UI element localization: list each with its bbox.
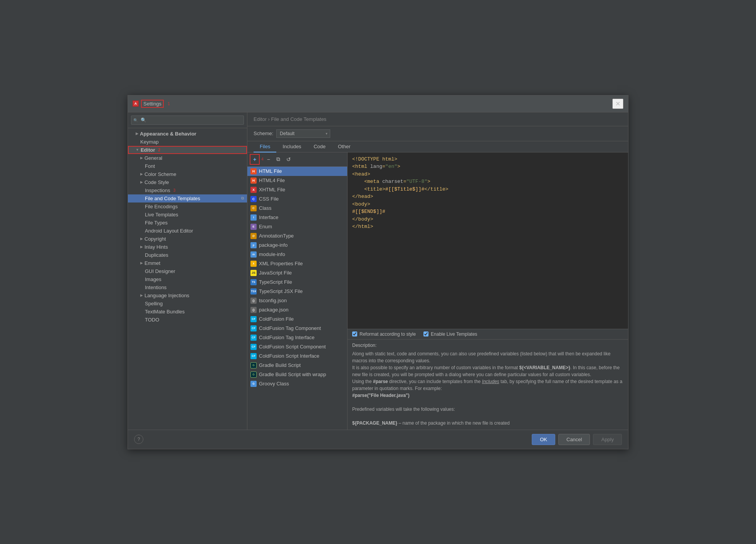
code-line: </head> <box>352 193 623 201</box>
label-2: 2 <box>158 148 160 152</box>
reformat-checkbox[interactable] <box>352 331 357 336</box>
sidebar-item-android-layout[interactable]: Android Layout Editor <box>128 227 247 235</box>
sidebar-item-label: File and Code Templates <box>145 196 200 201</box>
reformat-checkbox-wrap[interactable]: Reformat according to style <box>352 331 416 337</box>
file-item-annotation[interactable]: @ AnnotationType <box>247 231 347 241</box>
tab-other[interactable]: Other <box>332 141 357 152</box>
file-item-label: Interface <box>259 214 279 220</box>
dialog-body: ▶ Appearance & Behavior Keymap ▼ Editor … <box>128 112 628 430</box>
sidebar-item-label: Language Injections <box>144 293 189 298</box>
code-editor[interactable]: <!DOCTYPE html> <html lang="en"> <head> … <box>348 152 628 329</box>
title-bar-left: A Settings 1 <box>133 100 170 108</box>
sidebar-item-font[interactable]: Font <box>128 162 247 170</box>
file-icon-xml: X <box>250 261 257 267</box>
remove-template-button[interactable]: − <box>264 155 273 164</box>
file-item-typescript[interactable]: TS TypeScript File <box>247 278 347 287</box>
sidebar-item-label: Intentions <box>145 285 166 290</box>
file-item-gradle-wrap[interactable]: G Gradle Build Script with wrapp <box>247 370 347 379</box>
live-templates-checkbox[interactable] <box>423 331 428 336</box>
add-template-button[interactable]: + <box>250 155 259 164</box>
sidebar-item-label: Code Style <box>144 179 169 185</box>
file-item-package-json[interactable]: {} package.json <box>247 305 347 315</box>
live-templates-checkbox-wrap[interactable]: Enable Live Templates <box>423 331 477 337</box>
sidebar-item-live-templates[interactable]: Live Templates <box>128 211 247 219</box>
sidebar-item-intentions[interactable]: Intentions <box>128 283 247 291</box>
sidebar-item-code-style[interactable]: ▶ Code Style ⧉ <box>128 178 247 186</box>
file-item-cf-script-iface[interactable]: CF ColdFusion Script Interface <box>247 352 347 361</box>
breadcrumb: Editor › File and Code Templates <box>247 112 628 126</box>
ok-button[interactable]: OK <box>532 434 555 445</box>
file-item-label: XML Properties File <box>259 261 303 266</box>
sidebar-item-file-types[interactable]: File Types <box>128 219 247 227</box>
cancel-button[interactable]: Cancel <box>558 434 590 445</box>
file-item-cf-script-comp[interactable]: CF ColdFusion Script Component <box>247 342 347 352</box>
close-button[interactable]: ✕ <box>612 99 623 109</box>
sidebar-item-file-encodings[interactable]: File Encodings ⧉ <box>128 203 247 211</box>
sidebar-item-duplicates[interactable]: Duplicates <box>128 251 247 259</box>
tab-files[interactable]: Files <box>254 141 276 152</box>
file-item-tsconfig[interactable]: {} tsconfig.json <box>247 296 347 305</box>
sidebar-item-spelling[interactable]: Spelling ⧉ <box>128 300 247 308</box>
tab-includes[interactable]: Includes <box>276 141 307 152</box>
sidebar-item-general[interactable]: ▶ General <box>128 154 247 162</box>
file-item-class[interactable]: C Class <box>247 204 347 213</box>
code-line: <head> <box>352 171 623 178</box>
sidebar-item-appearance[interactable]: ▶ Appearance & Behavior <box>128 130 247 138</box>
dialog-title: Settings <box>141 100 164 108</box>
file-item-xhtml[interactable]: X XHTML File <box>247 185 347 194</box>
sidebar-item-language-injections[interactable]: ▶ Language Injections ⧉ <box>128 291 247 300</box>
file-item-module-info[interactable]: m module-info <box>247 250 347 259</box>
file-item-label: TypeScript JSX File <box>259 288 302 294</box>
sidebar-item-label: Inspections <box>145 187 170 193</box>
file-item-cf-tag-comp[interactable]: CF ColdFusion Tag Component <box>247 324 347 333</box>
add-button-box: + <box>250 154 260 165</box>
sidebar-item-inspections[interactable]: Inspections 3 ⧉ <box>128 186 247 194</box>
file-item-css[interactable]: C CSS File <box>247 194 347 204</box>
file-item-coldfusion[interactable]: CF ColdFusion File <box>247 315 347 324</box>
reset-template-button[interactable]: ↺ <box>284 155 294 164</box>
scheme-label: Scheme: <box>254 131 273 136</box>
file-list-panel: + 4 − ⧉ ↺ H HTML File H <box>247 152 348 430</box>
file-item-html[interactable]: H HTML File <box>247 167 347 176</box>
sidebar-item-file-code-templates[interactable]: File and Code Templates ⧉ <box>128 194 247 203</box>
help-button[interactable]: ? <box>134 435 143 444</box>
file-item-xml-properties[interactable]: X XML Properties File <box>247 259 347 268</box>
file-item-label: ColdFusion Script Interface <box>259 353 319 359</box>
search-input[interactable] <box>131 115 244 125</box>
file-icon-interface: I <box>250 214 257 221</box>
file-item-gradle[interactable]: G Gradle Build Script <box>247 361 347 370</box>
file-item-label: ColdFusion File <box>259 316 294 322</box>
sidebar-item-keymap[interactable]: Keymap <box>128 138 247 146</box>
sidebar-item-copyright[interactable]: ▶ Copyright ⧉ <box>128 235 247 243</box>
sidebar-item-label: Live Templates <box>145 212 178 218</box>
sidebar-item-label: GUI Designer <box>145 268 175 274</box>
file-item-typescript-jsx[interactable]: TSX TypeScript JSX File <box>247 287 347 296</box>
sidebar-item-todo[interactable]: TODO <box>128 316 247 324</box>
sidebar-item-emmet[interactable]: ▶ Emmet <box>128 259 247 267</box>
copy-template-button[interactable]: ⧉ <box>274 154 283 164</box>
file-item-cf-tag-iface[interactable]: CF ColdFusion Tag Interface <box>247 333 347 342</box>
sidebar-item-gui-designer[interactable]: GUI Designer ⧉ <box>128 267 247 275</box>
apply-button[interactable]: Apply <box>593 434 622 445</box>
sidebar-item-editor[interactable]: ▼ Editor 2 <box>128 146 247 154</box>
sidebar-item-color-scheme[interactable]: ▶ Color Scheme <box>128 170 247 178</box>
tab-code[interactable]: Code <box>307 141 332 152</box>
file-item-enum[interactable]: E Enum <box>247 222 347 231</box>
file-item-javascript[interactable]: JS JavaScript File <box>247 268 347 278</box>
file-item-package-info[interactable]: p package-info <box>247 241 347 250</box>
tabs-bar: Files Includes Code Other <box>247 141 628 152</box>
sidebar-item-inlay-hints[interactable]: ▶ Inlay Hints ⧉ <box>128 243 247 251</box>
sidebar-item-textmate[interactable]: TextMate Bundles <box>128 308 247 316</box>
file-item-groovy[interactable]: G Groovy Class <box>247 379 347 388</box>
app-icon: A <box>133 100 139 107</box>
file-item-html4[interactable]: H HTML4 File <box>247 176 347 185</box>
scheme-select[interactable]: Default Project <box>276 129 330 138</box>
sidebar-item-label: TextMate Bundles <box>145 309 185 315</box>
chevron-right-icon: ▶ <box>136 132 138 136</box>
file-item-interface[interactable]: I Interface <box>247 213 347 222</box>
code-line: <!DOCTYPE html> <box>352 156 623 163</box>
file-icon-gradle2: G <box>250 372 257 378</box>
code-editor-panel: <!DOCTYPE html> <html lang="en"> <head> … <box>348 152 628 430</box>
sidebar-item-images[interactable]: Images <box>128 275 247 283</box>
sidebar-item-label: Android Layout Editor <box>145 228 193 234</box>
